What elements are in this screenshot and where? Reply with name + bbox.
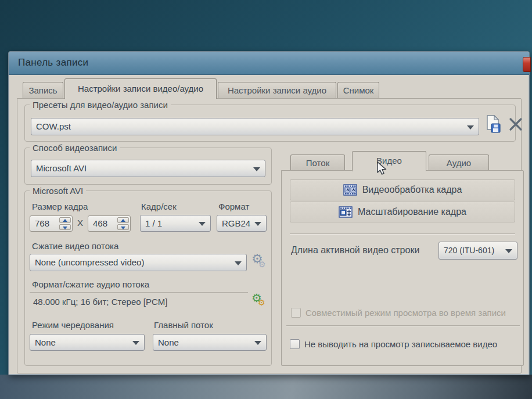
chevron-down-icon — [254, 341, 261, 345]
chevron-down-icon — [199, 222, 206, 226]
frame-size-x-separator: X — [77, 218, 83, 228]
spin-up-button[interactable] — [59, 217, 71, 223]
presets-group-label: Пресеты для видео/аудио записи — [30, 100, 171, 110]
active-line-length-selected: 720 (ITU-601) — [444, 246, 494, 255]
main-stream-label: Главный поток — [154, 320, 213, 330]
video-codec-settings-button[interactable]: ⚙ ⚙ — [251, 253, 269, 271]
chevron-down-icon — [505, 249, 512, 253]
tabpage-video-audio: Пресеты для видео/аудио записи COW.pst — [17, 98, 522, 373]
video-compression-selected: None (uncompressed video) — [35, 257, 144, 267]
photo-of-monitor: Панель записи Запись Настройки записи ви… — [0, 0, 532, 399]
video-compression-combobox[interactable]: None (uncompressed video) — [30, 254, 247, 271]
close-button[interactable] — [523, 57, 531, 72]
spin-down-button[interactable] — [117, 224, 129, 230]
preset-selected-value: COW.pst — [36, 121, 71, 131]
frame-width-spinner[interactable]: 768 — [30, 215, 73, 232]
video-compression-label: Сжатие видео потока — [32, 241, 118, 251]
rtab-audio[interactable]: Аудио — [429, 154, 489, 171]
no-preview-label: Не выводить на просмотр записываемое вид… — [304, 339, 497, 349]
filmstrip-scaling-icon — [339, 206, 353, 218]
frame-scaling-label: Масштабирование кадра — [358, 207, 466, 217]
filmstrip-processing-icon — [343, 184, 357, 196]
save-file-icon — [485, 114, 501, 134]
chevron-down-icon — [467, 125, 474, 130]
gear-icon: ⚙ — [258, 260, 266, 268]
preset-combobox[interactable]: COW.pst — [31, 118, 479, 135]
video-tab-panel: Видеообработка кадра Масштабирование кад… — [281, 170, 524, 366]
frame-processing-button[interactable]: Видеообработка кадра — [290, 179, 515, 200]
frame-size-label: Размер кадра — [32, 202, 88, 211]
delete-preset-button[interactable] — [508, 117, 523, 132]
frame-processing-label: Видеообработка кадра — [362, 185, 462, 195]
frame-height-value: 468 — [93, 218, 107, 228]
mouse-cursor — [376, 161, 389, 179]
active-line-length-label: Длина активной видео строки — [291, 245, 419, 256]
recording-panel-window: Панель записи Запись Настройки записи ви… — [8, 51, 530, 375]
fps-label: Кадр/сек — [141, 202, 177, 211]
compat-preview-checkbox-row: Совместимый режим просмотра во время зап… — [291, 308, 519, 318]
desktop-background — [0, 375, 532, 399]
main-stream-combobox[interactable]: None — [153, 334, 267, 351]
audio-format-label: Формат/сжатие аудио потока — [32, 279, 149, 289]
checkbox-unchecked[interactable] — [291, 308, 301, 318]
tab-snapshot[interactable]: Снимок — [337, 82, 379, 98]
avi-group-label: Microsoft AVI — [30, 186, 86, 196]
spin-up-button[interactable] — [117, 217, 129, 223]
spin-down-button[interactable] — [59, 224, 71, 230]
frame-height-spinner[interactable]: 468 — [88, 215, 131, 232]
video-method-selected: Microsoft AVI — [36, 163, 87, 173]
interlace-combobox[interactable]: None — [30, 334, 145, 351]
format-selected: RGB24 — [222, 218, 250, 228]
rtab-video[interactable]: Видео — [352, 151, 426, 171]
chevron-down-icon — [254, 222, 261, 226]
interlace-label: Режим чередования — [32, 320, 114, 330]
tab-record[interactable]: Запись — [23, 82, 63, 98]
window-title: Панель записи — [18, 57, 88, 69]
save-preset-button[interactable] — [485, 114, 501, 134]
fps-combobox[interactable]: 1 / 1 — [140, 215, 211, 232]
chevron-down-icon — [132, 341, 139, 345]
gear-icon: ⚙ — [258, 299, 265, 307]
tab-audio-settings[interactable]: Настройки записи аудио — [218, 82, 336, 98]
frame-width-value: 768 — [35, 218, 49, 228]
frame-scaling-button[interactable]: Масштабирование кадра — [290, 202, 515, 222]
divider — [30, 292, 248, 293]
divider — [290, 233, 515, 234]
main-stream-selected: None — [158, 337, 179, 347]
titlebar[interactable]: Панель записи — [9, 52, 529, 75]
video-method-combobox[interactable]: Microsoft AVI — [31, 160, 265, 177]
chevron-down-icon — [253, 167, 260, 171]
no-preview-checkbox-row[interactable]: Не выводить на просмотр записываемое вид… — [290, 339, 520, 349]
close-x-icon — [508, 117, 523, 132]
video-method-group: Способ видеозаписи Microsoft AVI — [24, 148, 272, 185]
interlace-selected: None — [35, 337, 56, 347]
divider — [286, 325, 520, 326]
presets-group: Пресеты для видео/аудио записи COW.pst — [24, 105, 516, 142]
fps-selected: 1 / 1 — [145, 218, 162, 228]
rtab-stream[interactable]: Поток — [290, 154, 345, 171]
audio-codec-settings-button[interactable]: ⚙ ⚙ — [251, 292, 269, 311]
tab-video-audio-settings[interactable]: Настройки записи видео/аудио — [64, 78, 217, 99]
checkbox-unchecked[interactable] — [290, 339, 300, 349]
active-line-length-combobox[interactable]: 720 (ITU-601) — [438, 242, 517, 260]
video-method-group-label: Способ видеозаписи — [30, 143, 120, 153]
chevron-down-icon — [235, 261, 242, 265]
avi-settings-group: Microsoft AVI Размер кадра 768 X 468 — [24, 190, 272, 366]
format-label: Формат — [218, 202, 249, 211]
format-combobox[interactable]: RGB24 — [217, 215, 267, 232]
audio-format-value: 48.000 кГц; 16 бит; Стерео [PCM] — [33, 297, 167, 307]
compat-preview-label: Совместимый режим просмотра во время зап… — [305, 308, 506, 318]
